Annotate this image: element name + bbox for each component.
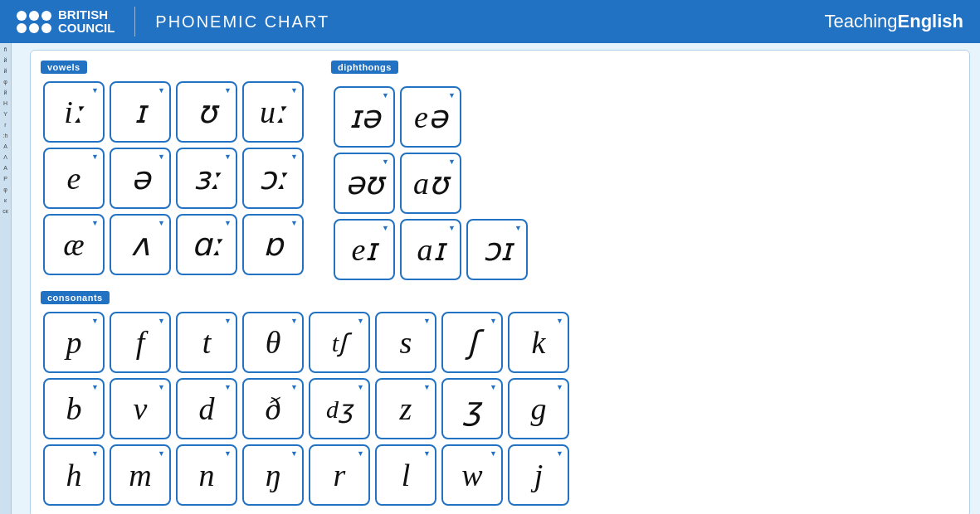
british-council-logo: BRITISH COUNCIL: [17, 8, 115, 36]
dot-3: [41, 11, 51, 21]
phoneme-v[interactable]: v: [110, 378, 171, 439]
diphthongs-grid: ɪə eə əʊ aʊ eɪ aɪ ɔɪ: [331, 84, 530, 283]
vowels-section: vowels iː ɪ ʊ uː e ə ɜː ɔː: [41, 59, 306, 278]
phoneme-h[interactable]: h: [43, 444, 105, 506]
dot-1: [17, 11, 27, 21]
consonants-row-1: p f t θ tʃ s ʃ k: [41, 309, 959, 376]
phoneme-ɔː[interactable]: ɔː: [242, 148, 304, 209]
phoneme-ɔɪ[interactable]: ɔɪ: [466, 219, 528, 280]
chart-area: vowels iː ɪ ʊ uː e ə ɜː ɔː: [30, 50, 970, 514]
phoneme-d[interactable]: d: [176, 378, 237, 439]
phoneme-əʊ[interactable]: əʊ: [334, 153, 395, 214]
phoneme-l[interactable]: l: [375, 444, 436, 506]
phoneme-z[interactable]: z: [375, 378, 436, 439]
phoneme-ɑː[interactable]: ɑː: [176, 214, 237, 275]
phoneme-b[interactable]: b: [43, 378, 105, 439]
phoneme-dʒ[interactable]: dʒ: [309, 378, 370, 439]
phoneme-n[interactable]: n: [176, 444, 237, 506]
diphthongs-label: diphthongs: [331, 61, 398, 74]
phoneme-ð[interactable]: ð: [242, 378, 304, 439]
phoneme-aʊ[interactable]: aʊ: [400, 153, 461, 214]
english-label: English: [898, 11, 963, 32]
phoneme-ə[interactable]: ə: [110, 148, 171, 209]
consonants-row-3: h m n ŋ r l w j: [41, 442, 959, 508]
phoneme-m[interactable]: m: [110, 444, 171, 506]
phoneme-ɪə[interactable]: ɪə: [334, 86, 395, 148]
phoneme-eɪ[interactable]: eɪ: [334, 219, 395, 280]
vowels-label: vowels: [41, 61, 87, 74]
vowels-label-area: vowels: [41, 59, 306, 79]
consonants-grid: p f t θ tʃ s ʃ k b v d ð dʒ z ʒ: [41, 309, 959, 508]
diphthongs-row-3: eɪ aɪ ɔɪ: [331, 216, 530, 283]
dot-6: [41, 23, 51, 33]
consonants-row-2: b v d ð dʒ z ʒ g: [41, 376, 959, 442]
phoneme-aɪ[interactable]: aɪ: [400, 219, 461, 280]
phoneme-uː[interactable]: uː: [242, 81, 304, 143]
phoneme-j[interactable]: j: [508, 444, 569, 506]
diphthongs-row-1: ɪə eə: [331, 84, 530, 150]
logo-dots: [17, 11, 51, 33]
left-sidebar: ñ й й φ й H Y r :h A Λ A P φ к ск: [0, 43, 12, 514]
consonants-section: consonants p f t θ tʃ s ʃ k b v: [41, 289, 959, 508]
phoneme-θ[interactable]: θ: [242, 312, 304, 373]
vowels-row-3: æ ʌ ɑː ɒ: [41, 211, 306, 278]
header-divider: [134, 7, 135, 36]
page-title: PHONEMIC CHART: [155, 12, 329, 32]
phoneme-k[interactable]: k: [508, 312, 569, 373]
phoneme-ʌ[interactable]: ʌ: [110, 214, 171, 275]
dot-2: [29, 11, 39, 21]
brand-line-2: COUNCIL: [58, 22, 115, 36]
phoneme-ɪ[interactable]: ɪ: [110, 81, 171, 143]
phoneme-ʃ[interactable]: ʃ: [441, 312, 503, 373]
diphthongs-section: diphthongs ɪə eə əʊ aʊ eɪ: [331, 59, 530, 283]
consonants-label-area: consonants: [41, 289, 959, 309]
phoneme-t[interactable]: t: [176, 312, 237, 373]
vowels-grid: iː ɪ ʊ uː e ə ɜː ɔː æ ʌ: [41, 79, 306, 278]
top-sections: vowels iː ɪ ʊ uː e ə ɜː ɔː: [41, 59, 959, 283]
phoneme-iː[interactable]: iː: [43, 81, 105, 143]
phoneme-g[interactable]: g: [508, 378, 569, 439]
header-left: BRITISH COUNCIL PHONEMIC CHART: [17, 7, 329, 36]
phoneme-r[interactable]: r: [309, 444, 370, 506]
vowels-row-2: e ə ɜː ɔː: [41, 145, 306, 211]
phoneme-ɒ[interactable]: ɒ: [242, 214, 304, 275]
phoneme-f[interactable]: f: [110, 312, 171, 373]
phoneme-e[interactable]: e: [43, 148, 105, 209]
diphthongs-row-2: əʊ aʊ: [331, 150, 530, 216]
phoneme-s[interactable]: s: [375, 312, 436, 373]
phoneme-ʒ[interactable]: ʒ: [441, 378, 503, 439]
brand-text: BRITISH COUNCIL: [58, 8, 115, 36]
dot-5: [29, 23, 39, 33]
vowels-row-1: iː ɪ ʊ uː: [41, 79, 306, 145]
phoneme-ʊ[interactable]: ʊ: [176, 81, 237, 143]
dot-4: [17, 23, 27, 33]
phoneme-w[interactable]: w: [441, 444, 503, 506]
phoneme-ŋ[interactable]: ŋ: [242, 444, 304, 506]
phoneme-p[interactable]: p: [43, 312, 105, 373]
header: BRITISH COUNCIL PHONEMIC CHART TeachingE…: [0, 0, 980, 43]
phoneme-ɜː[interactable]: ɜː: [176, 148, 237, 209]
phoneme-æ[interactable]: æ: [43, 214, 105, 275]
consonants-label: consonants: [41, 291, 110, 304]
phoneme-tʃ[interactable]: tʃ: [309, 312, 370, 373]
teaching-english-brand: TeachingEnglish: [824, 11, 963, 32]
brand-line-1: BRITISH: [58, 8, 115, 22]
phoneme-eə[interactable]: eə: [400, 86, 461, 148]
teaching-label: Teaching: [824, 11, 897, 32]
